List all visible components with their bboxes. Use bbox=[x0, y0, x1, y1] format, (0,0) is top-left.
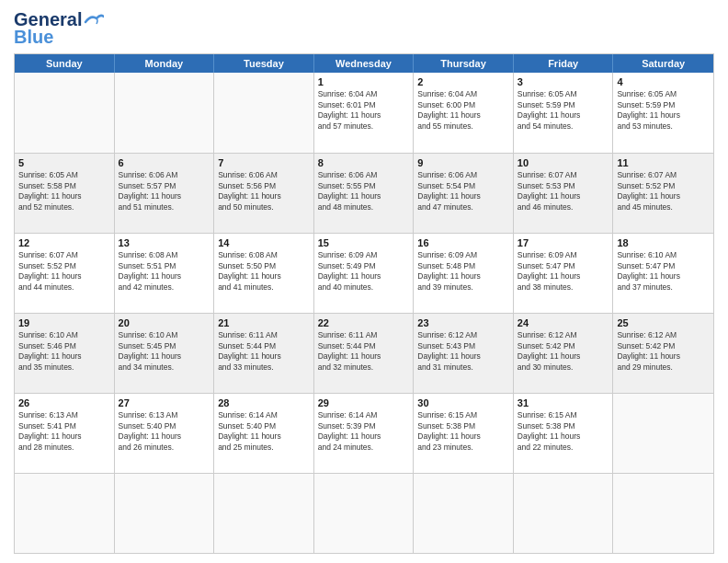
weekday-header-saturday: Saturday bbox=[613, 54, 713, 73]
day-number: 9 bbox=[417, 156, 509, 169]
day-number: 31 bbox=[518, 396, 609, 409]
cell-text-line: and 39 minutes. bbox=[417, 282, 509, 293]
cell-text-line: Sunrise: 6:07 AM bbox=[518, 170, 609, 180]
weekday-header-thursday: Thursday bbox=[414, 54, 514, 73]
calendar-cell-2-5: 17Sunrise: 6:09 AMSunset: 5:47 PMDayligh… bbox=[514, 234, 614, 313]
cell-text-line: Sunset: 5:43 PM bbox=[417, 341, 509, 351]
cell-text-line: Daylight: 11 hours bbox=[18, 431, 110, 442]
calendar-cell-3-5: 24Sunrise: 6:12 AMSunset: 5:42 PMDayligh… bbox=[514, 314, 614, 393]
calendar-cell-3-0: 19Sunrise: 6:10 AMSunset: 5:46 PMDayligh… bbox=[15, 314, 115, 393]
cell-text-line: Sunset: 5:39 PM bbox=[318, 421, 410, 431]
cell-text-line: Sunrise: 6:06 AM bbox=[318, 170, 410, 180]
cell-text-line: and 28 minutes. bbox=[18, 442, 110, 453]
cell-text-line: Daylight: 11 hours bbox=[617, 351, 710, 362]
cell-text-line: Sunrise: 6:11 AM bbox=[318, 330, 410, 340]
cell-text-line: Sunrise: 6:14 AM bbox=[318, 410, 410, 420]
day-number: 4 bbox=[617, 75, 710, 88]
cell-text-line: and 23 minutes. bbox=[417, 442, 509, 453]
day-number: 29 bbox=[318, 396, 410, 409]
cell-text-line: Daylight: 11 hours bbox=[417, 271, 509, 282]
cell-text-line: Sunset: 5:42 PM bbox=[518, 341, 609, 351]
calendar-header: SundayMondayTuesdayWednesdayThursdayFrid… bbox=[15, 54, 713, 73]
cell-text-line: Sunrise: 6:09 AM bbox=[518, 250, 609, 260]
day-number: 7 bbox=[218, 156, 310, 169]
calendar-cell-4-1: 27Sunrise: 6:13 AMSunset: 5:40 PMDayligh… bbox=[115, 394, 215, 473]
day-number: 8 bbox=[318, 156, 410, 169]
cell-text-line: Sunrise: 6:11 AM bbox=[218, 330, 310, 340]
day-number: 16 bbox=[417, 236, 509, 249]
day-number: 28 bbox=[218, 396, 310, 409]
cell-text-line: Sunrise: 6:10 AM bbox=[119, 330, 210, 340]
cell-text-line: Sunset: 5:48 PM bbox=[417, 261, 509, 271]
cell-text-line: Sunrise: 6:05 AM bbox=[18, 170, 110, 180]
cell-text-line: Daylight: 11 hours bbox=[218, 191, 310, 201]
day-number: 5 bbox=[18, 156, 110, 169]
day-number: 3 bbox=[518, 75, 609, 88]
cell-text-line: Sunrise: 6:06 AM bbox=[417, 170, 509, 180]
cell-text-line: Daylight: 11 hours bbox=[518, 431, 609, 442]
day-number: 25 bbox=[617, 316, 710, 329]
cell-text-line: and 45 minutes. bbox=[617, 202, 710, 213]
cell-text-line: Sunrise: 6:10 AM bbox=[18, 330, 110, 340]
calendar-cell-2-4: 16Sunrise: 6:09 AMSunset: 5:48 PMDayligh… bbox=[414, 234, 514, 313]
cell-text-line: and 24 minutes. bbox=[318, 442, 410, 453]
cell-text-line: and 37 minutes. bbox=[617, 282, 710, 293]
cell-text-line: Sunrise: 6:04 AM bbox=[318, 89, 410, 99]
cell-text-line: and 48 minutes. bbox=[318, 202, 410, 213]
cell-text-line: Sunset: 5:57 PM bbox=[119, 181, 210, 191]
calendar-cell-0-0 bbox=[15, 73, 115, 153]
calendar-cell-4-5: 31Sunrise: 6:15 AMSunset: 5:38 PMDayligh… bbox=[514, 394, 614, 473]
calendar: SundayMondayTuesdayWednesdayThursdayFrid… bbox=[14, 53, 714, 554]
cell-text-line: Sunset: 5:41 PM bbox=[18, 421, 110, 431]
calendar-cell-5-4 bbox=[414, 474, 514, 553]
calendar-cell-1-5: 10Sunrise: 6:07 AMSunset: 5:53 PMDayligh… bbox=[514, 154, 614, 233]
cell-text-line: Sunset: 5:52 PM bbox=[617, 181, 710, 191]
cell-text-line: Daylight: 11 hours bbox=[518, 271, 609, 282]
cell-text-line: Sunrise: 6:12 AM bbox=[518, 330, 609, 340]
calendar-cell-2-1: 13Sunrise: 6:08 AMSunset: 5:51 PMDayligh… bbox=[115, 234, 215, 313]
day-number: 22 bbox=[318, 316, 410, 329]
cell-text-line: Daylight: 11 hours bbox=[18, 271, 110, 282]
page: General Blue SundayMondayTuesdayWednesda… bbox=[0, 0, 728, 563]
cell-text-line: Daylight: 11 hours bbox=[417, 351, 509, 362]
calendar-cell-1-4: 9Sunrise: 6:06 AMSunset: 5:54 PMDaylight… bbox=[414, 154, 514, 233]
cell-text-line: Sunrise: 6:04 AM bbox=[417, 89, 509, 99]
cell-text-line: and 35 minutes. bbox=[18, 362, 110, 373]
calendar-cell-3-6: 25Sunrise: 6:12 AMSunset: 5:42 PMDayligh… bbox=[613, 314, 713, 393]
cell-text-line: Daylight: 11 hours bbox=[218, 351, 310, 362]
cell-text-line: Sunrise: 6:15 AM bbox=[518, 410, 609, 420]
logo-blue: Blue bbox=[14, 27, 53, 48]
cell-text-line: Sunrise: 6:06 AM bbox=[119, 170, 210, 180]
cell-text-line: Sunset: 5:44 PM bbox=[218, 341, 310, 351]
calendar-cell-1-0: 5Sunrise: 6:05 AMSunset: 5:58 PMDaylight… bbox=[15, 154, 115, 233]
calendar-cell-4-6 bbox=[613, 394, 713, 473]
cell-text-line: Sunset: 5:54 PM bbox=[417, 181, 509, 191]
cell-text-line: Sunset: 5:44 PM bbox=[318, 341, 410, 351]
calendar-cell-5-3 bbox=[314, 474, 415, 553]
calendar-row-1: 5Sunrise: 6:05 AMSunset: 5:58 PMDaylight… bbox=[15, 153, 713, 233]
calendar-cell-5-1 bbox=[115, 474, 215, 553]
cell-text-line: Sunset: 5:38 PM bbox=[417, 421, 509, 431]
cell-text-line: and 42 minutes. bbox=[119, 282, 210, 293]
cell-text-line: Sunrise: 6:08 AM bbox=[218, 250, 310, 260]
cell-text-line: Daylight: 11 hours bbox=[617, 271, 710, 282]
day-number: 18 bbox=[617, 236, 710, 249]
cell-text-line: Daylight: 11 hours bbox=[617, 110, 710, 121]
cell-text-line: Daylight: 11 hours bbox=[119, 271, 210, 282]
cell-text-line: Sunset: 5:55 PM bbox=[318, 181, 410, 191]
calendar-cell-3-2: 21Sunrise: 6:11 AMSunset: 5:44 PMDayligh… bbox=[214, 314, 314, 393]
cell-text-line: Sunrise: 6:09 AM bbox=[417, 250, 509, 260]
cell-text-line: Sunrise: 6:13 AM bbox=[119, 410, 210, 420]
cell-text-line: Daylight: 11 hours bbox=[417, 110, 509, 121]
day-number: 21 bbox=[218, 316, 310, 329]
cell-text-line: Daylight: 11 hours bbox=[318, 351, 410, 362]
day-number: 10 bbox=[518, 156, 609, 169]
cell-text-line: and 57 minutes. bbox=[318, 121, 410, 132]
cell-text-line: and 55 minutes. bbox=[417, 121, 509, 132]
calendar-cell-2-3: 15Sunrise: 6:09 AMSunset: 5:49 PMDayligh… bbox=[314, 234, 415, 313]
cell-text-line: and 32 minutes. bbox=[318, 362, 410, 373]
day-number: 19 bbox=[18, 316, 110, 329]
day-number: 26 bbox=[18, 396, 110, 409]
cell-text-line: and 30 minutes. bbox=[518, 362, 609, 373]
cell-text-line: and 47 minutes. bbox=[417, 202, 509, 213]
